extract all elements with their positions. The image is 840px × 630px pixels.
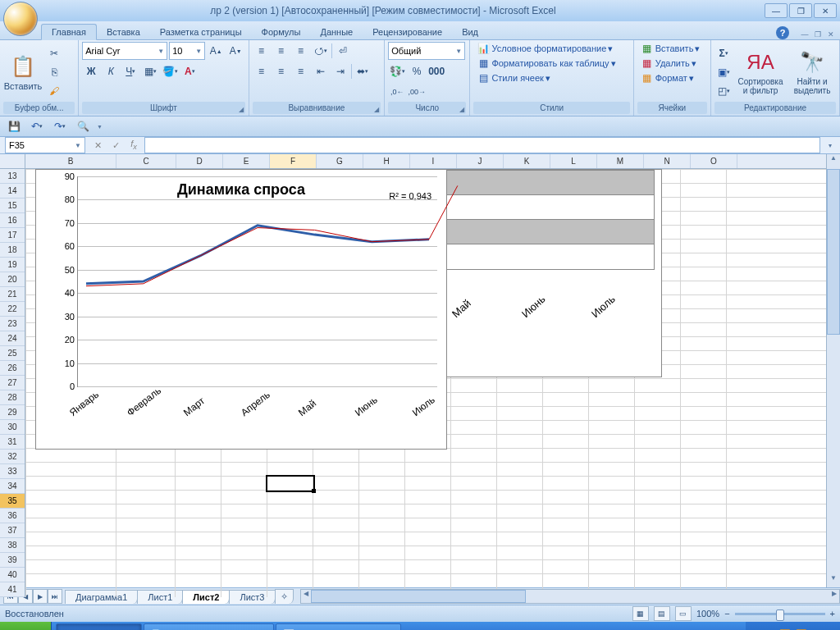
- shrink-font-button[interactable]: A▼: [226, 42, 244, 60]
- expand-formula-bar[interactable]: ▾: [824, 142, 837, 149]
- start-button[interactable]: ⊞пуск: [0, 622, 52, 630]
- tab-insert[interactable]: Вставка: [97, 25, 150, 39]
- fx-button[interactable]: fx: [126, 139, 141, 152]
- format-as-table-button[interactable]: ▦Форматировать как таблицу ▾: [473, 57, 629, 70]
- cell-grid[interactable]: МайИюньИюльДинамика спросаR² = 0,9430102…: [25, 169, 826, 597]
- enter-fx-button[interactable]: ✓: [108, 139, 123, 152]
- cell-styles-button[interactable]: ▤Стили ячеек ▾: [473, 71, 629, 84]
- row-headers[interactable]: 1314151617181920212223242526272829303132…: [0, 169, 25, 597]
- clear-button[interactable]: ◰▾: [714, 82, 733, 100]
- normal-view-button[interactable]: ▦: [632, 606, 649, 621]
- selected-cell[interactable]: [266, 475, 315, 492]
- formula-input[interactable]: [144, 137, 820, 153]
- paste-button[interactable]: 📋 Вставить: [3, 44, 43, 100]
- cut-button[interactable]: ✂: [45, 44, 63, 62]
- bold-button[interactable]: Ж: [82, 62, 100, 80]
- accounting-format-button[interactable]: 💱▾: [388, 62, 406, 80]
- conditional-formatting-button[interactable]: 📊Условное форматирование ▾: [473, 42, 629, 55]
- page-break-view-button[interactable]: ▭: [675, 606, 692, 621]
- restore-button[interactable]: ❐: [789, 3, 812, 18]
- wrap-text-button[interactable]: ⏎: [334, 42, 352, 60]
- office-button[interactable]: [3, 2, 38, 36]
- tab-page-layout[interactable]: Разметка страницы: [150, 25, 252, 39]
- tab-view[interactable]: Вид: [452, 25, 488, 39]
- fill-color-button[interactable]: 🪣▾: [161, 62, 179, 80]
- print-preview-button[interactable]: 🔍: [74, 117, 92, 135]
- font-size-combo[interactable]: 10▼: [169, 42, 205, 60]
- cancel-fx-button[interactable]: ✕: [90, 139, 105, 152]
- vscroll-thumb[interactable]: [827, 169, 840, 335]
- dialog-launcher-icon[interactable]: ◢: [459, 106, 464, 113]
- floppy-icon: 💾: [8, 121, 21, 132]
- redo-button[interactable]: ↷▾: [51, 117, 69, 135]
- insert-cells-button[interactable]: ▦Вставить ▾: [637, 42, 707, 55]
- sort-filter-button[interactable]: ЯА Сортировка и фильтр: [735, 44, 786, 100]
- column-headers[interactable]: BCDEFGHIJKLMNO: [25, 154, 826, 169]
- increase-decimal-button[interactable]: ,0←: [388, 83, 406, 101]
- zoom-out-button[interactable]: −: [724, 609, 729, 619]
- zoom-percent[interactable]: 100%: [696, 609, 719, 619]
- dialog-launcher-icon[interactable]: ◢: [239, 106, 244, 113]
- system-tray[interactable]: RU ◆ 📶 📶 20:44: [746, 622, 840, 630]
- minimize-button[interactable]: —: [765, 3, 788, 18]
- undo-button[interactable]: ↶▾: [28, 117, 46, 135]
- close-button[interactable]: ✕: [814, 3, 837, 18]
- ribbon: 📋 Вставить ✂ ⎘ 🖌 Буфер обм... Arial Cyr▼…: [0, 40, 840, 116]
- tab-review[interactable]: Рецензирование: [363, 25, 452, 39]
- hscroll-thumb[interactable]: [311, 590, 526, 603]
- delete-cells-button[interactable]: ▦Удалить ▾: [637, 57, 707, 70]
- qat-dropdown[interactable]: ▼: [97, 124, 103, 130]
- tab-home[interactable]: Главная: [41, 24, 97, 40]
- zoom-in-button[interactable]: +: [830, 609, 835, 619]
- taskbar-item[interactable]: 📄ЛАБОРАТОРНАЯ РАБ...: [144, 623, 274, 630]
- merge-center-button[interactable]: ⬌▾: [354, 62, 372, 80]
- doc-restore-button[interactable]: ❐: [812, 30, 824, 39]
- vertical-scrollbar[interactable]: ▲ ▼: [826, 154, 840, 587]
- border-button[interactable]: ▦▾: [141, 62, 159, 80]
- embedded-chart-1[interactable]: Динамика спросаR² = 0,943010203040506070…: [35, 169, 447, 450]
- embedded-chart-2[interactable]: МайИюньИюль: [426, 169, 662, 377]
- format-cells-button[interactable]: ▦Формат ▾: [637, 71, 707, 84]
- align-right-button[interactable]: ≡: [292, 62, 310, 80]
- orientation-button[interactable]: ⭯▾: [312, 42, 330, 60]
- find-select-button[interactable]: 🔭 Найти и выделить: [788, 44, 836, 100]
- help-icon[interactable]: ?: [776, 26, 789, 39]
- italic-button[interactable]: К: [102, 62, 120, 80]
- doc-close-button[interactable]: ✕: [825, 30, 837, 39]
- tab-data[interactable]: Данные: [310, 25, 363, 39]
- align-bottom-button[interactable]: ≡: [292, 42, 310, 60]
- font-name-combo[interactable]: Arial Cyr▼: [82, 42, 167, 60]
- horizontal-scrollbar[interactable]: ◀ ▶: [300, 589, 841, 604]
- dialog-launcher-icon[interactable]: ◢: [374, 106, 379, 113]
- sort-icon: ЯА: [747, 49, 774, 75]
- name-box[interactable]: F35▼: [5, 137, 85, 153]
- save-button[interactable]: 💾: [5, 117, 23, 135]
- copy-button[interactable]: ⎘: [45, 63, 63, 81]
- align-middle-button[interactable]: ≡: [272, 42, 290, 60]
- taskbar-item[interactable]: 📁Лаб_раб_1_2: [56, 623, 143, 630]
- autosum-button[interactable]: Σ▾: [714, 44, 733, 62]
- decrease-decimal-button[interactable]: ,00→: [408, 83, 426, 101]
- select-all-corner[interactable]: [0, 154, 25, 169]
- decrease-indent-button[interactable]: ⇤: [312, 62, 330, 80]
- percent-button[interactable]: %: [408, 62, 426, 80]
- number-format-combo[interactable]: Общий▼: [388, 42, 465, 60]
- font-color-button[interactable]: A▾: [180, 62, 199, 80]
- fill-button[interactable]: ▣▾: [714, 63, 733, 81]
- brush-icon: 🖌: [48, 84, 61, 98]
- align-left-button[interactable]: ≡: [253, 62, 271, 80]
- zoom-slider[interactable]: [735, 613, 825, 615]
- align-top-button[interactable]: ≡: [253, 42, 271, 60]
- align-center-button[interactable]: ≡: [272, 62, 290, 80]
- doc-minimize-button[interactable]: —: [799, 30, 810, 39]
- grow-font-button[interactable]: A▲: [207, 42, 225, 60]
- taskbar-item[interactable]: 📊Microsoft Excel - лр 2...: [276, 623, 400, 630]
- comma-button[interactable]: 000: [427, 62, 445, 80]
- underline-button[interactable]: Ч▾: [121, 62, 139, 80]
- group-clipboard-label: Буфер обм...: [3, 102, 75, 114]
- tab-formulas[interactable]: Формулы: [252, 25, 311, 39]
- format-painter-button[interactable]: 🖌: [45, 82, 63, 100]
- group-editing-label: Редактирование: [714, 102, 836, 114]
- page-layout-view-button[interactable]: ▤: [654, 606, 670, 621]
- increase-indent-button[interactable]: ⇥: [331, 62, 349, 80]
